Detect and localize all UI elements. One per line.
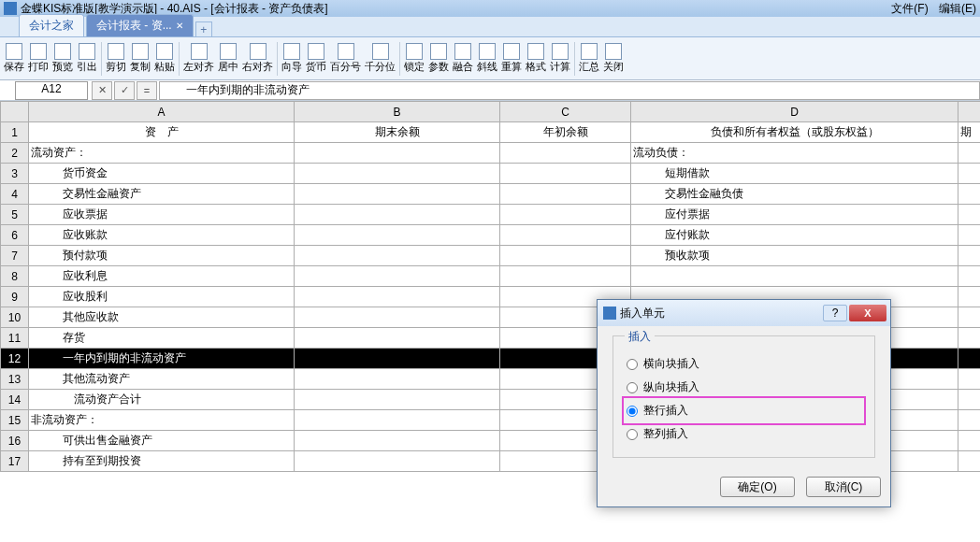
cell[interactable]: 非流动资产： [29, 410, 295, 431]
cell[interactable] [500, 184, 631, 205]
dialog-close-button[interactable]: X [849, 305, 886, 321]
cell[interactable]: 货币资金 [29, 164, 295, 184]
cell[interactable]: 流动负债： [631, 143, 958, 164]
radio-input[interactable] [627, 359, 638, 370]
cell[interactable]: 持有至到期投资 [29, 451, 295, 472]
cell[interactable] [295, 431, 500, 451]
cell[interactable] [958, 225, 981, 246]
row-header[interactable]: 2 [1, 143, 29, 164]
cell[interactable] [295, 369, 500, 390]
cell[interactable] [295, 451, 500, 472]
toolbar-格式[interactable]: 格式 [524, 41, 548, 76]
row-header[interactable]: 16 [1, 431, 29, 451]
row-header[interactable]: 11 [1, 328, 29, 349]
cell[interactable]: 应付票据 [631, 205, 958, 225]
toolbar-汇总[interactable]: 汇总 [577, 41, 601, 76]
cell[interactable] [295, 287, 500, 307]
col-header-b[interactable]: B [295, 102, 500, 122]
toolbar-关闭[interactable]: 关闭 [601, 41, 626, 76]
row-header[interactable]: 10 [1, 307, 29, 328]
cell[interactable]: 交易性金融资产 [29, 184, 295, 205]
tab-home[interactable]: 会计之家 [19, 14, 84, 36]
menu-file[interactable]: 文件(F) [891, 2, 928, 15]
cell[interactable]: 资 产 [29, 122, 295, 143]
toolbar-保存[interactable]: 保存 [2, 41, 26, 76]
cell[interactable] [958, 410, 981, 431]
cell[interactable]: 预付款项 [29, 246, 295, 266]
fx-button[interactable]: = [137, 81, 157, 100]
toolbar-计算[interactable]: 计算 [548, 41, 572, 76]
cell[interactable] [295, 184, 500, 205]
toolbar-居中[interactable]: 居中 [216, 41, 240, 76]
cell[interactable] [295, 246, 500, 266]
cell[interactable]: 负债和所有者权益（或股东权益） [631, 122, 958, 143]
cell[interactable]: 其他应收款 [29, 307, 295, 328]
cell[interactable] [958, 184, 981, 205]
cell[interactable] [958, 307, 981, 328]
col-header-d[interactable]: D [631, 102, 958, 122]
cell[interactable] [631, 266, 958, 287]
formula-input[interactable]: 一年内到期的非流动资产 [159, 81, 980, 100]
toolbar-预览[interactable]: 预览 [50, 41, 75, 76]
toolbar-融合[interactable]: 融合 [451, 41, 475, 76]
toolbar-千分位[interactable]: 千分位 [363, 41, 397, 76]
row-header[interactable]: 12 [1, 349, 29, 369]
toolbar-百分号[interactable]: 百分号 [328, 41, 363, 76]
cell[interactable] [958, 431, 981, 451]
col-header-a[interactable]: A [29, 102, 295, 122]
cell[interactable]: 交易性金融负债 [631, 184, 958, 205]
radio-option-3[interactable]: 整列插入 [625, 422, 863, 446]
cell[interactable] [958, 205, 981, 225]
cell[interactable]: 期 [958, 122, 981, 143]
cell[interactable] [295, 410, 500, 431]
cell[interactable]: 应收账款 [29, 225, 295, 246]
ok-button[interactable]: 确定(O) [720, 477, 795, 497]
cell[interactable]: 流动资产： [29, 143, 295, 164]
cell[interactable]: 短期借款 [631, 164, 958, 184]
close-icon[interactable]: ✕ [176, 21, 183, 31]
cell[interactable]: 应收票据 [29, 205, 295, 225]
radio-option-2[interactable]: 整行插入 [625, 399, 863, 422]
row-header[interactable]: 14 [1, 390, 29, 410]
cell[interactable] [295, 164, 500, 184]
toolbar-货币[interactable]: 货币 [304, 41, 328, 76]
cancel-button[interactable]: 取消(C) [806, 477, 881, 497]
row-header[interactable]: 15 [1, 410, 29, 431]
cell[interactable]: 存货 [29, 328, 295, 349]
cell[interactable] [958, 266, 981, 287]
cell[interactable] [295, 266, 500, 287]
cell[interactable] [500, 246, 631, 266]
radio-option-0[interactable]: 横向块插入 [625, 352, 863, 376]
col-header-e[interactable] [958, 102, 981, 122]
toolbar-粘贴[interactable]: 粘贴 [152, 41, 177, 76]
cell[interactable]: 应收利息 [29, 266, 295, 287]
radio-input[interactable] [627, 429, 638, 440]
toolbar-左对齐[interactable]: 左对齐 [181, 41, 216, 76]
row-header[interactable]: 17 [1, 451, 29, 472]
row-header[interactable]: 7 [1, 246, 29, 266]
cell-reference[interactable]: A12 [15, 81, 88, 100]
cell[interactable] [958, 349, 981, 369]
cell[interactable]: 预收款项 [631, 246, 958, 266]
row-header[interactable]: 6 [1, 225, 29, 246]
row-header[interactable]: 5 [1, 205, 29, 225]
cell[interactable] [295, 328, 500, 349]
corner-cell[interactable] [1, 102, 29, 122]
accept-fx-button[interactable]: ✓ [114, 81, 135, 100]
cell[interactable]: 其他流动资产 [29, 369, 295, 390]
cell[interactable]: 一年内到期的非流动资产 [29, 349, 295, 369]
cell[interactable] [295, 205, 500, 225]
cell[interactable] [958, 164, 981, 184]
cell[interactable] [500, 225, 631, 246]
toolbar-右对齐[interactable]: 右对齐 [240, 41, 275, 76]
cell[interactable] [500, 143, 631, 164]
cell[interactable] [958, 246, 981, 266]
toolbar-斜线[interactable]: 斜线 [475, 41, 499, 76]
row-header[interactable]: 3 [1, 164, 29, 184]
row-header[interactable]: 1 [1, 122, 29, 143]
radio-option-1[interactable]: 纵向块插入 [625, 376, 863, 399]
toolbar-参数[interactable]: 参数 [426, 41, 451, 76]
cell[interactable] [295, 225, 500, 246]
cell[interactable] [958, 287, 981, 307]
cell[interactable]: 应付账款 [631, 225, 958, 246]
